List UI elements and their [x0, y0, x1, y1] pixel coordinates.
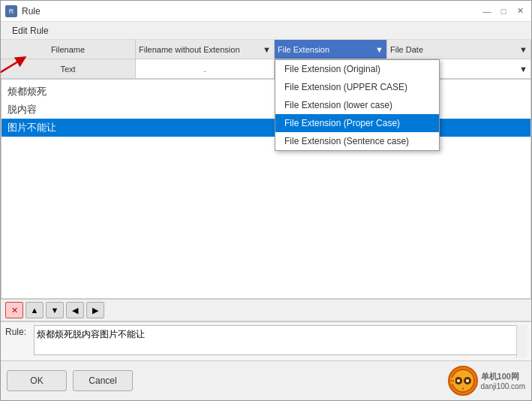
main-sections: Filename Filename without Extension ▼ Fi… — [1, 40, 531, 400]
rule-textarea-wrapper — [34, 325, 527, 357]
content-list: 烦都烦死 脱内容 图片不能让 — [2, 80, 530, 140]
svg-text:+: + — [461, 386, 464, 390]
text-row: Text . e ▼ — [1, 59, 531, 79]
rule-label: Rule: — [5, 325, 31, 337]
col-file-extension-header[interactable]: File Extension ▼ File Extension (Origina… — [275, 40, 387, 59]
title-bar-controls: — □ ✕ — [480, 5, 527, 18]
dropdown-item-proper[interactable]: File Extension (Proper Case) — [275, 114, 439, 132]
watermark-logo: + — [448, 366, 478, 396]
dropdown-item-original[interactable]: File Extension (Original) — [275, 60, 439, 78]
dropdown-item-sentence[interactable]: File Extension (Sentence case) — [275, 132, 439, 150]
minimize-button[interactable]: — — [480, 5, 494, 18]
list-item-selected[interactable]: 图片不能让 — [2, 119, 530, 137]
maximize-button[interactable]: □ — [497, 5, 510, 18]
red-arrow-icon — [1, 56, 31, 78]
file-extension-dropdown[interactable]: File Extension (Original) File Extension… — [275, 59, 440, 151]
text-value-cell[interactable]: . — [136, 59, 275, 78]
svg-line-1 — [1, 59, 22, 74]
rule-area: Rule: — [1, 321, 531, 360]
delete-button[interactable]: ✕ — [5, 302, 23, 318]
cancel-button[interactable]: Cancel — [73, 370, 133, 391]
content-area[interactable]: 烦都烦死 脱内容 图片不能让 — [1, 79, 531, 299]
dropdown-item-upper[interactable]: File Extension (UPPER CASE) — [275, 78, 439, 96]
svg-point-6 — [466, 379, 469, 382]
move-left-button[interactable]: ◀ — [66, 302, 84, 318]
col4-arrow-icon: ▼ — [519, 45, 527, 54]
list-item[interactable]: 烦都烦死 — [2, 83, 530, 101]
scrollbar[interactable] — [516, 325, 527, 357]
move-down-button[interactable]: ▼ — [46, 302, 64, 318]
action-buttons: OK Cancel — [7, 370, 133, 391]
title-bar: R Rule — □ ✕ — [1, 1, 531, 22]
edit-rule-menu[interactable]: Edit Rule — [5, 23, 56, 38]
rule-window: R Rule — □ ✕ Edit Rule Filename Filename… — [0, 0, 532, 401]
col2-arrow-icon: ▼ — [263, 45, 271, 54]
window-title: Rule — [22, 6, 41, 17]
watermark-text: 单机100网 danji100.com — [481, 371, 525, 390]
bottom-toolbar: ✕ ▲ ▼ ◀ ▶ — [1, 299, 531, 321]
move-right-button[interactable]: ▶ — [86, 302, 104, 318]
move-up-button[interactable]: ▲ — [26, 302, 44, 318]
col3-arrow-icon: ▼ — [375, 45, 383, 54]
window-icon: R — [5, 5, 17, 17]
action-bar: OK Cancel + 单机10 — [1, 360, 531, 400]
text-date-arrow-icon: ▼ — [519, 65, 527, 74]
watermark-domain: danji100.com — [481, 382, 525, 390]
svg-point-5 — [457, 379, 460, 382]
dropdown-item-lower[interactable]: File Extension (lower case) — [275, 96, 439, 114]
rule-label-row: Rule: — [5, 325, 527, 357]
col-file-date-header[interactable]: File Date ▼ — [387, 40, 531, 59]
ok-button[interactable]: OK — [7, 370, 67, 391]
rule-textarea[interactable] — [34, 325, 527, 355]
column-header-row: Filename Filename without Extension ▼ Fi… — [1, 40, 531, 59]
logo-icon: + — [451, 369, 475, 393]
menu-bar: Edit Rule — [1, 22, 531, 40]
close-button[interactable]: ✕ — [513, 5, 527, 18]
watermark-site: 单机100网 — [481, 371, 525, 382]
col-filename-noext-header[interactable]: Filename without Extension ▼ — [136, 40, 275, 59]
list-item[interactable]: 脱内容 — [2, 101, 530, 119]
watermark: + 单机100网 danji100.com — [448, 366, 525, 396]
title-bar-left: R Rule — [5, 5, 41, 17]
